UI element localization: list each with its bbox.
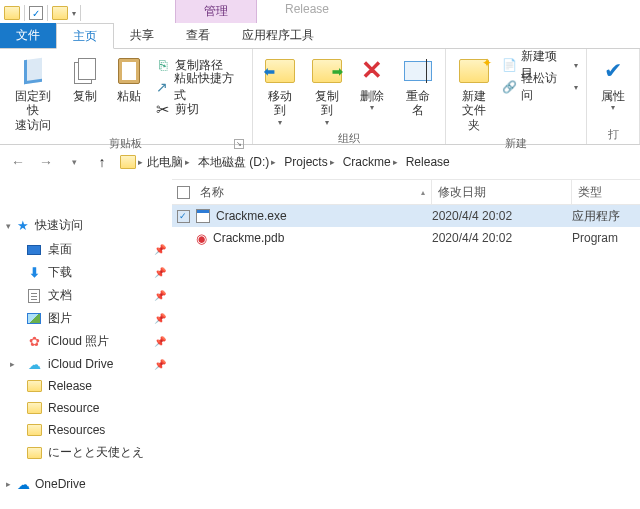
history-dropdown[interactable]: ▾ — [62, 150, 86, 174]
rename-button[interactable]: 重命名 — [396, 53, 439, 120]
pin-icon: 📌 — [154, 267, 166, 278]
file-row[interactable]: ✓ Crackme.exe 2020/4/4 20:02 应用程序 — [172, 205, 640, 227]
file-list[interactable]: ✓ Crackme.exe 2020/4/4 20:02 应用程序 ◉Crack… — [172, 205, 640, 509]
sidebar-item-documents[interactable]: 文档📌 — [4, 284, 168, 307]
delete-button[interactable]: ✕ 删除 ▾ — [352, 53, 392, 115]
breadcrumb-this-pc[interactable]: 此电脑▸ — [143, 150, 194, 174]
new-folder-label: 新建 文件夹 — [456, 89, 491, 132]
column-type[interactable]: 类型 — [572, 184, 640, 201]
chevron-down-icon: ▾ — [370, 103, 374, 113]
sidebar-item-jp-folder[interactable]: にーとと天使とえ — [4, 441, 168, 464]
qat-folder-icon[interactable] — [52, 6, 68, 20]
move-to-button[interactable]: ⬅ 移动到 ▾ — [259, 53, 302, 129]
paste-icon — [118, 58, 140, 84]
forward-button: → — [34, 150, 58, 174]
qat-checkbox-icon[interactable]: ✓ — [29, 6, 43, 20]
ribbon-tabs: 文件 主页 共享 查看 应用程序工具 — [0, 23, 640, 49]
delete-icon: ✕ — [356, 55, 388, 87]
properties-button[interactable]: ✔ 属性 ▾ — [593, 53, 633, 115]
properties-icon: ✔ — [597, 55, 629, 87]
column-headers: 名称▴ 修改日期 类型 — [172, 179, 640, 205]
context-tab-manage: 管理 — [175, 0, 257, 23]
sidebar-item-pictures[interactable]: 图片📌 — [4, 307, 168, 330]
copy-to-label: 复制到 — [310, 89, 345, 118]
sidebar-item-resources[interactable]: Resources — [4, 419, 168, 441]
clipboard-launcher-icon[interactable]: ↘ — [234, 139, 244, 149]
sidebar-onedrive[interactable]: ▸ ☁ OneDrive — [4, 472, 168, 496]
file-row[interactable]: ◉Crackme.pdb 2020/4/4 20:02 Program — [172, 227, 640, 249]
tab-app-tools[interactable]: 应用程序工具 — [226, 23, 330, 48]
app-icon — [4, 6, 20, 20]
column-date[interactable]: 修改日期 — [432, 180, 572, 204]
star-icon: ★ — [15, 218, 31, 234]
file-type: Program — [572, 231, 640, 245]
copy-label: 复制 — [73, 89, 97, 103]
new-group-label: 新建 — [452, 134, 580, 151]
folder-icon — [27, 402, 42, 414]
address-bar[interactable]: ▸ 此电脑▸ 本地磁盘 (D:)▸ Projects▸ Crackme▸ Rel… — [118, 150, 454, 174]
breadcrumb-crackme[interactable]: Crackme▸ — [339, 150, 402, 174]
copy-to-button[interactable]: ➡ 复制到 ▾ — [306, 53, 349, 129]
move-to-icon: ⬅ — [265, 59, 295, 83]
breadcrumb-projects[interactable]: Projects▸ — [280, 150, 338, 174]
move-to-label: 移动到 — [263, 89, 298, 118]
quick-access-toolbar: ✓ ▾ — [0, 3, 85, 23]
pin-label: 固定到快 速访问 — [10, 89, 57, 132]
back-button[interactable]: ← — [6, 150, 30, 174]
sidebar-item-release[interactable]: Release — [4, 375, 168, 397]
ribbon: 固定到快 速访问 复制 粘贴 ⎘复制路径 ↗粘贴快捷方式 ✂剪切 剪贴板↘ ⬅ … — [0, 49, 640, 145]
window-title: Release — [257, 0, 357, 23]
path-icon: ⎘ — [155, 57, 171, 73]
sidebar-item-desktop[interactable]: 桌面📌 — [4, 238, 168, 261]
chevron-down-icon: ▾ — [611, 103, 615, 113]
sidebar-item-resource[interactable]: Resource — [4, 397, 168, 419]
onedrive-icon: ☁ — [15, 476, 31, 492]
open-group-label: 打 — [593, 125, 633, 142]
paste-button[interactable]: 粘贴 — [109, 53, 149, 105]
folder-icon — [27, 447, 42, 459]
chevron-down-icon: ▾ — [278, 118, 282, 128]
copy-icon — [74, 58, 96, 84]
paste-shortcut-button[interactable]: ↗粘贴快捷方式 — [155, 77, 244, 97]
properties-label: 属性 — [601, 89, 625, 103]
tab-file[interactable]: 文件 — [0, 23, 56, 48]
easy-access-button[interactable]: 🔗轻松访问▾ — [502, 77, 578, 97]
folder-icon — [120, 155, 136, 169]
pictures-icon — [27, 313, 41, 324]
row-checkbox[interactable]: ✓ — [177, 210, 190, 223]
clipboard-group-label: 剪贴板 — [109, 137, 142, 149]
sidebar-item-downloads[interactable]: ⬇下载📌 — [4, 261, 168, 284]
pdb-icon: ◉ — [196, 231, 207, 246]
breadcrumb-drive[interactable]: 本地磁盘 (D:)▸ — [194, 150, 280, 174]
file-name: Crackme.pdb — [213, 231, 284, 245]
sidebar-item-icloud-drive[interactable]: ▸☁iCloud Drive📌 — [4, 353, 168, 375]
cut-button[interactable]: ✂剪切 — [155, 99, 244, 119]
rename-icon — [404, 61, 432, 81]
delete-label: 删除 — [360, 89, 384, 103]
paste-label: 粘贴 — [117, 89, 141, 103]
up-button[interactable]: ↑ — [90, 150, 114, 174]
qat-dropdown-icon[interactable]: ▾ — [72, 9, 76, 18]
pin-icon: 📌 — [154, 244, 166, 255]
sidebar: ▾ ★ 快速访问 桌面📌 ⬇下载📌 文档📌 图片📌 ✿iCloud 照片📌 ▸☁… — [0, 205, 172, 509]
new-folder-button[interactable]: 新建 文件夹 — [452, 53, 495, 134]
icloud-photos-icon: ✿ — [26, 334, 42, 350]
pin-icon: 📌 — [154, 313, 166, 324]
column-name[interactable]: 名称▴ — [194, 180, 432, 204]
select-all-checkbox[interactable] — [177, 186, 190, 199]
icloud-drive-icon: ☁ — [26, 356, 42, 372]
file-name: Crackme.exe — [216, 209, 287, 223]
document-icon — [28, 289, 40, 303]
tab-view[interactable]: 查看 — [170, 23, 226, 48]
breadcrumb-release[interactable]: Release — [402, 150, 454, 174]
scissors-icon: ✂ — [155, 101, 171, 117]
tab-home[interactable]: 主页 — [56, 23, 114, 49]
sidebar-item-icloud-photos[interactable]: ✿iCloud 照片📌 — [4, 330, 168, 353]
copy-button[interactable]: 复制 — [65, 53, 105, 105]
tab-share[interactable]: 共享 — [114, 23, 170, 48]
file-date: 2020/4/4 20:02 — [432, 209, 572, 223]
pin-to-quick-access-button[interactable]: 固定到快 速访问 — [6, 53, 61, 134]
folder-icon — [27, 424, 42, 436]
sidebar-quick-access[interactable]: ▾ ★ 快速访问 — [4, 213, 168, 238]
download-icon: ⬇ — [26, 265, 42, 281]
